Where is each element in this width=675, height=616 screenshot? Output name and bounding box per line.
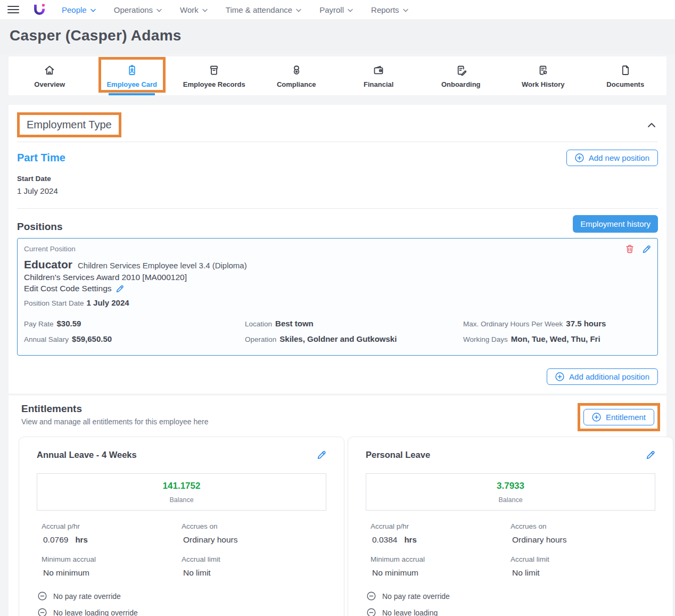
tab-label: Employee Records [183,80,245,88]
tab-work-history[interactable]: Work History [502,56,585,95]
page-title: Casper (Casper) Adams [10,27,665,44]
flag-no-leave-loading-override: No leave loading override [38,608,326,616]
balance-label: Balance [43,496,320,504]
position-level: Children Services Employee level 3.4 (Di… [78,261,247,270]
nav-item-work[interactable]: Work [180,5,208,14]
delete-position-button[interactable] [625,244,634,253]
id-card-icon [126,64,138,77]
edit-position-button[interactable] [643,245,651,253]
edit-entitlement-button[interactable] [317,450,326,459]
minimum-accrual-field: Minimum accrual No minimum [42,555,182,578]
hamburger-menu-icon[interactable] [7,4,19,15]
button-label: Employment history [580,219,651,228]
nav-label: Payroll [319,5,344,14]
accrual-limit-field: Accrual limit No limit [182,555,326,578]
pencil-icon [116,285,124,293]
entitlement-title: Annual Leave - 4 Weeks [37,450,137,460]
wallet-icon [372,64,385,77]
tab-employee-card[interactable]: Employee Card [91,56,174,95]
flag-no-pay-rate-override: No pay rate override [38,592,326,601]
tab-label: Employee Card [106,80,157,88]
document-pen-icon [455,64,467,77]
link-label: Edit Cost Code Settings [24,284,112,293]
minus-circle-icon [367,592,376,601]
tab-label: Compliance [277,80,316,88]
edit-cost-code-link[interactable]: Edit Cost Code Settings [24,284,124,293]
file-icon [619,64,632,77]
nav-item-people[interactable]: People [62,5,96,14]
entitlement-button-highlight: Entitlement [578,403,660,431]
tab-overview[interactable]: Overview [9,56,91,95]
collapse-section-button[interactable] [645,120,658,130]
employment-type-section-title: Employment Type [27,119,112,130]
plus-circle-icon [592,413,601,422]
current-position-card: Current Position Educator Children Servi… [17,238,658,356]
tab-financial[interactable]: Financial [338,56,420,95]
tab-employee-records[interactable]: Employee Records [173,56,256,95]
top-nav: People Operations Work Time & attendance… [0,0,675,19]
entitlements-section-title: Entitlements [21,403,209,415]
employment-type-highlight: Employment Type [17,112,121,137]
accrual-limit-field: Accrual limit No limit [511,555,655,578]
position-title: Educator [24,258,72,271]
nav-label: Time & attendance [226,5,292,14]
button-label: Add new position [589,153,649,162]
nav-label: Reports [371,5,399,14]
plus-circle-icon [575,153,584,162]
add-entitlement-button[interactable]: Entitlement [583,409,654,425]
entitlements-section: Entitlements View and manage all entitle… [9,396,666,616]
tab-label: Financial [364,80,393,88]
entitlement-card-personal-leave: Personal Leave 3.7933 Balance Accrual p/… [348,437,673,616]
chevron-down-icon [202,9,208,12]
tab-label: Work History [522,80,565,88]
accrual-value: 0.0769 [43,535,68,545]
accrual-per-hour-field: Accrual p/hr 0.0769hrs [42,522,182,545]
pencil-icon [317,450,326,459]
accrual-unit: hrs [404,535,416,544]
add-additional-position-button[interactable]: Add additional position [547,368,658,385]
flag-no-leave-loading: No leave loading [367,608,655,616]
employment-history-button[interactable]: Employment history [573,215,658,233]
nav-label: People [62,5,87,14]
edit-entitlement-button[interactable] [646,450,655,459]
add-new-position-button[interactable]: Add new position [566,150,658,166]
accrues-on-field: Accrues on Ordinary hours [511,522,655,545]
tab-documents[interactable]: Documents [585,56,667,95]
position-award: Children's Services Award 2010 [MA000120… [24,273,651,282]
nav-item-reports[interactable]: Reports [371,5,408,14]
accrual-per-hour-field: Accrual p/hr 0.0384hrs [371,522,511,545]
button-label: Entitlement [606,413,646,422]
positions-section-title: Positions [17,221,63,233]
flag-no-pay-rate-override: No pay rate override [367,592,655,601]
employment-type-section: Employment Type Part Time Add new positi… [9,105,666,393]
minimum-accrual-field: Minimum accrual No minimum [371,555,511,578]
nav-item-time-attendance[interactable]: Time & attendance [226,5,301,14]
tab-onboarding[interactable]: Onboarding [420,56,503,95]
nav-item-operations[interactable]: Operations [114,5,162,14]
accrual-value: 0.0384 [372,535,397,545]
tab-compliance[interactable]: Compliance [256,56,338,95]
nav-label: Operations [114,5,153,14]
entitlement-cards: Annual Leave - 4 Weeks 141.1752 Balance … [14,437,660,616]
minus-circle-icon [367,608,376,616]
position-start-date: Position Start Date1 July 2024 [24,298,651,307]
current-position-badge: Current Position [24,245,76,253]
balance-value: 3.7933 [372,481,649,491]
minus-circle-icon [38,608,47,616]
field-pay-rate: Pay Rate$30.59 [24,319,245,328]
tab-label: Onboarding [441,80,481,88]
start-date-label: Start Date [17,175,658,183]
field-annual-salary: Annual Salary$59,650.50 [24,334,245,343]
nav-item-payroll[interactable]: Payroll [319,5,353,14]
tab-label: Documents [606,80,644,88]
chevron-down-icon [403,9,408,12]
chevron-down-icon [90,9,96,12]
brand-logo[interactable] [32,3,46,17]
entitlement-title: Personal Leave [366,450,430,460]
field-value: 1 July 2024 [87,298,129,307]
document-clock-icon [537,64,549,77]
field-location: LocationBest town [245,319,463,328]
medal-icon [290,64,303,77]
title-band: Casper (Casper) Adams [0,19,675,54]
field-operation: OperationSkiles, Goldner and Gutkowski [245,334,463,343]
